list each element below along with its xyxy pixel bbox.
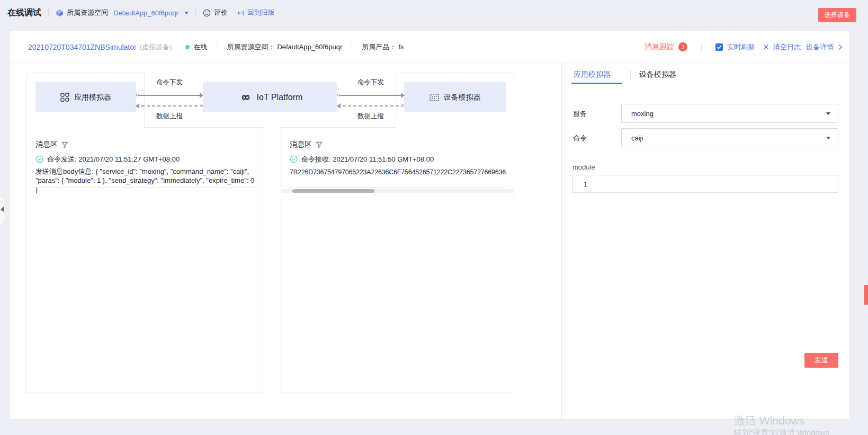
device-name-link[interactable]: 20210720T034701ZNBSimulator	[28, 43, 137, 51]
divider	[290, 187, 506, 188]
infinity-logo-icon	[238, 92, 254, 103]
arrow-origin-dot	[136, 94, 139, 96]
top-bar: 在线调试 所属资源空间 DefaultApp_60f6puqr 评价 回到旧版	[0, 0, 868, 25]
right-edge-red-tab[interactable]	[864, 285, 868, 305]
arrow-origin-dot	[200, 104, 203, 107]
iot-platform-label: IoT Platform	[257, 93, 303, 102]
chevron-down-icon[interactable]	[184, 12, 189, 14]
tab-device-simulator[interactable]: 设备模拟器	[639, 70, 676, 79]
page-title: 在线调试	[7, 7, 41, 19]
service-label: 服务	[573, 109, 587, 119]
triangle-left-icon	[1, 207, 4, 212]
cube-icon	[56, 9, 64, 17]
back-to-old-version-label: 回到旧版	[247, 8, 275, 17]
received-command-timestamp: 命令接收: 2021/07/20 11:51:50 GMT+08:00	[301, 155, 434, 164]
device-type-label: (虚拟设备)	[140, 42, 172, 52]
message-trace-link[interactable]: 消息跟踪	[645, 42, 674, 52]
received-command-status-row: 命令接收: 2021/07/20 11:51:50 GMT+08:00	[290, 155, 506, 164]
command-down-label: 命令下发	[357, 78, 384, 86]
resource-space-label: 所属资源空间	[67, 8, 108, 17]
chevron-down-icon	[826, 137, 830, 139]
send-button[interactable]: 发送	[804, 353, 838, 368]
windows-activation-watermark-line2: 转到“设置”以激活 Windows	[734, 428, 829, 435]
device-info-bar: 20210720T034701ZNBSimulator (虚拟设备) 在线 所属…	[10, 31, 849, 63]
command-select[interactable]: caiji	[621, 128, 838, 147]
service-select[interactable]: moxing	[621, 104, 838, 123]
module-param-input[interactable]	[572, 175, 838, 193]
clear-log-link[interactable]: 清空日志	[773, 42, 801, 52]
arrow-group-platform-device: 命令下发 数据上报	[337, 76, 404, 120]
command-label: 命令	[573, 134, 587, 143]
device-detail-link[interactable]: 设备详情	[806, 42, 834, 52]
arrow-origin-dot	[401, 104, 404, 107]
sidebar-collapse-handle[interactable]	[0, 195, 5, 225]
filter-icon[interactable]	[61, 141, 68, 148]
product-value: fs	[398, 43, 404, 51]
data-up-arrow	[136, 105, 203, 106]
online-debug-page: 在线调试 所属资源空间 DefaultApp_60f6puqr 评价 回到旧版 …	[0, 0, 868, 435]
check-circle-icon	[290, 155, 298, 163]
horizontal-scrollbar-thumb[interactable]	[292, 189, 374, 193]
arrow-group-app-platform: 命令下发 数据上报	[136, 76, 203, 120]
feedback-label: 评价	[214, 8, 228, 17]
arrowhead-right-icon	[200, 93, 203, 98]
resource-space-selector[interactable]: 所属资源空间 DefaultApp_60f6puqr	[56, 8, 189, 17]
realtime-refresh-label[interactable]: 实时刷新	[727, 42, 755, 52]
back-to-old-version-link[interactable]: 回到旧版	[237, 8, 275, 17]
data-up-label: 数据上报	[156, 112, 183, 120]
module-param-label: module	[572, 163, 595, 171]
check-circle-icon	[35, 155, 43, 163]
received-command-entry: 命令接收: 2021/07/20 11:51:50 GMT+08:00 7B22…	[290, 155, 506, 177]
sent-command-entry: 命令发送: 2021/07/20 11:51:27 GMT+08:00 发送消息…	[35, 155, 256, 194]
sent-command-status-row: 命令发送: 2021/07/20 11:51:27 GMT+08:00	[35, 155, 256, 164]
service-select-value: moxing	[631, 110, 654, 118]
resource-space-info: 所属资源空间： DefaultApp_60f6puqr	[227, 42, 342, 52]
divider	[195, 9, 196, 17]
message-trace-count-badge: 3	[678, 42, 687, 51]
divider	[701, 43, 702, 51]
command-select-value: caiji	[631, 134, 643, 142]
grid-icon	[60, 93, 69, 102]
chevron-down-icon	[826, 112, 830, 115]
arrow-origin-dot	[337, 94, 340, 96]
select-device-button[interactable]: 选择设备	[818, 8, 856, 22]
divider	[561, 63, 562, 420]
arrowhead-left-icon	[136, 103, 139, 109]
clear-log-x-icon[interactable]	[763, 44, 769, 50]
command-down-arrow	[136, 95, 203, 96]
divider	[35, 187, 255, 188]
return-arrow-icon	[237, 10, 244, 16]
arrowhead-left-icon	[337, 103, 341, 109]
divider	[630, 71, 631, 80]
data-up-arrow	[337, 105, 404, 106]
left-message-area-header: 消息区	[35, 140, 68, 149]
divider	[352, 43, 352, 51]
product-info: 所属产品： fs	[362, 42, 404, 52]
online-status-dot	[185, 45, 190, 49]
tab-app-simulator[interactable]: 应用模拟器	[574, 70, 611, 79]
sent-command-timestamp: 命令发送: 2021/07/20 11:51:27 GMT+08:00	[47, 155, 180, 164]
received-command-hex-body: 7B226D736754797065223A22636C6F7564526571…	[290, 168, 506, 177]
resource-space-label: 所属资源空间：	[227, 42, 275, 52]
horizontal-scrollbar-track[interactable]	[281, 189, 514, 193]
right-message-area-header: 消息区	[290, 140, 323, 149]
app-simulator-box: 应用模拟器	[35, 82, 136, 112]
app-simulator-label: 应用模拟器	[74, 93, 111, 102]
filter-icon[interactable]	[316, 141, 323, 148]
command-down-label: 命令下发	[156, 78, 183, 86]
active-tab-underline	[571, 83, 622, 84]
iot-platform-box: IoT Platform	[203, 82, 337, 112]
device-simulator-box: 设备模拟器	[404, 82, 506, 112]
realtime-refresh-checkbox[interactable]	[715, 43, 723, 51]
feedback-button[interactable]: 评价	[203, 8, 228, 17]
resource-space-value: DefaultApp_60f6puqr	[277, 43, 342, 51]
resource-space-value[interactable]: DefaultApp_60f6puqr	[113, 9, 178, 17]
sent-command-body: 发送消息body信息: { "service_id": "moxing", "c…	[35, 167, 256, 194]
info-bar-tools: 消息跟踪 3 实时刷新 清空日志 设备详情	[645, 42, 843, 52]
chevron-right-icon[interactable]	[838, 44, 843, 50]
product-label: 所属产品：	[362, 42, 396, 52]
divider	[217, 43, 217, 51]
data-up-label: 数据上报	[357, 112, 384, 120]
device-simulator-label: 设备模拟器	[444, 93, 481, 102]
divider	[48, 9, 49, 17]
